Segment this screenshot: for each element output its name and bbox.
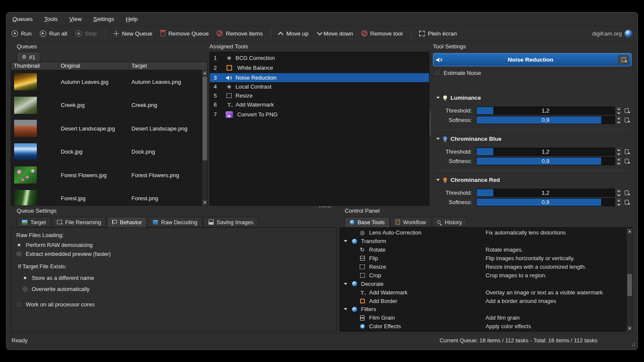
tab-behavior[interactable]: Behavior — [107, 217, 147, 227]
tool-row-add-border[interactable]: Add Border Add a border around images — [340, 297, 626, 305]
threshold-spinner[interactable] — [616, 189, 622, 197]
base-tools-scrollbar[interactable]: ▲ ▼ — [626, 228, 632, 331]
remove-queue-button[interactable]: Remove Queue — [161, 30, 209, 37]
horizontal-splitter-handle[interactable] — [319, 206, 331, 208]
panel-splitter-handle[interactable] — [429, 112, 431, 137]
lens-icon: ◎ — [360, 230, 364, 235]
scroll-up-icon[interactable]: ▲ — [202, 70, 207, 76]
column-original[interactable]: Original — [58, 62, 129, 70]
section-luminance[interactable]: Luminance — [436, 95, 481, 101]
column-thumbnail[interactable]: Thumbnail — [11, 62, 58, 70]
assigned-tool-add-watermark[interactable]: 6 T Add Watermark — [210, 100, 429, 109]
expand-arrow-icon[interactable] — [344, 308, 347, 310]
resize-grip[interactable] — [630, 341, 635, 346]
move-down-button[interactable]: Move down — [317, 30, 353, 37]
menu-queues[interactable]: Queues — [12, 16, 33, 22]
table-row[interactable]: Forest.jpgForest.png — [11, 187, 202, 206]
tool-row-flip[interactable]: Flip Flip images horizontally or vertica… — [340, 254, 626, 263]
reset-icon[interactable] — [625, 190, 629, 195]
chrominance-blue-softness-slider[interactable]: 0,9 — [476, 157, 615, 165]
radio-perform-raw-demosaicing[interactable]: Perform RAW demosaicing — [16, 242, 92, 248]
tab-base-tools[interactable]: Base Tools — [345, 217, 390, 227]
softness-spinner[interactable] — [616, 116, 622, 124]
tool-row-film-grain[interactable]: Film Grain Add film grain — [340, 314, 626, 322]
menu-settings[interactable]: Settings — [93, 16, 114, 22]
radio-overwrite-automatically[interactable]: Overwrite automatically — [22, 286, 89, 292]
estimate-noise-checkbox[interactable]: Estimate Noise — [435, 70, 481, 76]
radio-extract-embedded-preview[interactable]: Extract embedded preview (faster) — [16, 251, 111, 257]
scroll-down-icon[interactable]: ▼ — [202, 199, 207, 205]
tool-row-color-effects[interactable]: Color Effects Apply color effects — [340, 322, 626, 331]
menu-tools[interactable]: Tools — [44, 16, 58, 22]
column-target[interactable]: Target — [129, 62, 202, 70]
chrominance-red-softness-slider[interactable]: 0,9 — [476, 198, 615, 206]
scroll-down-icon[interactable]: ▼ — [627, 325, 632, 331]
assigned-tool-convert-to-png[interactable]: 7 Convert To PNG — [210, 109, 429, 120]
luminance-softness-slider[interactable]: 0,9 — [476, 116, 615, 124]
reset-icon[interactable] — [625, 200, 629, 205]
thumbnail-desert-landscape — [14, 120, 37, 137]
table-row[interactable]: Autumn Leaves.jpgAutumn Leaves.png — [11, 70, 202, 94]
group-row-decorate[interactable]: Decorate — [340, 279, 626, 288]
tool-row-crop[interactable]: Crop Crop images to a region. — [340, 271, 626, 279]
assigned-tool-noise-reduction[interactable]: 3 Noise Reduction — [210, 73, 429, 82]
threshold-spinner[interactable] — [616, 148, 622, 156]
chrominance-red-threshold-slider[interactable]: 1,2 — [476, 189, 615, 197]
menu-view[interactable]: View — [69, 16, 82, 22]
group-row-transform[interactable]: Transform — [340, 237, 626, 246]
digikam-brand[interactable]: digiKam.org — [592, 30, 632, 38]
tab-file-renaming[interactable]: File Renaming — [52, 217, 106, 227]
expand-arrow-icon[interactable] — [344, 240, 347, 242]
scroll-up-icon[interactable]: ▲ — [627, 228, 632, 234]
reset-icon[interactable] — [625, 149, 629, 154]
move-up-button[interactable]: Move up — [280, 30, 309, 37]
table-row[interactable]: Dock.jpgDock.png — [11, 140, 202, 164]
assigned-tool-white-balance[interactable]: 2 White Balance — [210, 62, 429, 73]
luminance-threshold-slider[interactable]: 1,2 — [476, 107, 615, 115]
threshold-spinner[interactable] — [616, 107, 622, 115]
tab-raw-decoding[interactable]: Raw Decoding — [148, 217, 203, 227]
magnifier-icon — [437, 220, 441, 224]
section-chrominance-blue[interactable]: Chrominance Blue — [436, 136, 501, 142]
queues-panel-title: Queues — [17, 43, 37, 50]
table-row[interactable]: Creek.jpgCreek.png — [11, 94, 202, 117]
expand-arrow-icon[interactable] — [344, 283, 347, 285]
run-all-button[interactable]: Run all — [40, 30, 67, 37]
table-row[interactable]: Desert Landscape.jpgDesert Landscape.png — [11, 117, 202, 140]
section-chrominance-red[interactable]: Chrominance Red — [436, 177, 500, 183]
tab-target[interactable]: Target — [17, 217, 51, 227]
softness-spinner[interactable] — [616, 198, 622, 206]
queue-tab-1[interactable]: ⚙ #1 — [17, 52, 40, 62]
radio-store-different-name[interactable]: Store as a different name — [22, 275, 94, 281]
assigned-tool-resize[interactable]: 5 Resize — [210, 91, 429, 100]
softness-spinner[interactable] — [616, 157, 622, 165]
checkbox-icon — [435, 70, 440, 76]
chrominance-blue-threshold-slider[interactable]: 1,2 — [476, 148, 615, 156]
assigned-tool-local-contrast[interactable]: 4 ☀ Local Contrast — [210, 82, 429, 91]
tool-row-add-watermark[interactable]: TAdd Watermark Overlay an image or text … — [340, 288, 626, 297]
tab-history[interactable]: History — [432, 217, 467, 227]
tool-row-lens-auto-correction[interactable]: ◎Lens Auto-Correction Fix automatically … — [340, 228, 626, 237]
tool-row-rotate[interactable]: ↻Rotate Rotate images. — [340, 246, 626, 254]
fullscreen-button[interactable]: Plein écran — [419, 30, 457, 37]
group-row-filters[interactable]: Filters — [340, 305, 626, 314]
run-button[interactable]: Run — [12, 30, 32, 37]
remove-items-button[interactable]: Remove items — [217, 30, 262, 37]
menu-help[interactable]: Help — [126, 16, 138, 22]
new-queue-button[interactable]: New Queue — [113, 30, 152, 37]
work-all-cores-checkbox[interactable]: Work on all processor cores — [16, 301, 95, 308]
status-queue-info: Current Queue: 16 items / 112 tasks - To… — [439, 337, 632, 344]
remove-tool-button[interactable]: Remove tool — [361, 30, 403, 37]
assigned-tool-bcg-correction[interactable]: 1 ☀ BCG Correction — [210, 53, 429, 62]
tab-saving-images[interactable]: Saving Images — [203, 217, 259, 227]
softness-value: 0,9 — [477, 157, 614, 165]
reset-icon[interactable] — [625, 118, 629, 122]
reset-icon[interactable] — [625, 108, 629, 113]
tool-row-resize[interactable]: Resize Resize images with a customized l… — [340, 263, 626, 271]
reset-tool-settings-button[interactable] — [618, 55, 629, 64]
table-row[interactable]: Forest Flowers.jpgForest Flowers.png — [11, 163, 202, 187]
queue-list-scrollbar[interactable]: ▲ ▼ — [202, 70, 207, 205]
tab-workflow[interactable]: Workflow — [391, 217, 431, 227]
tool-settings-panel: Noise Reduction Estimate Noise Luminance… — [432, 52, 632, 206]
reset-icon[interactable] — [625, 159, 629, 163]
